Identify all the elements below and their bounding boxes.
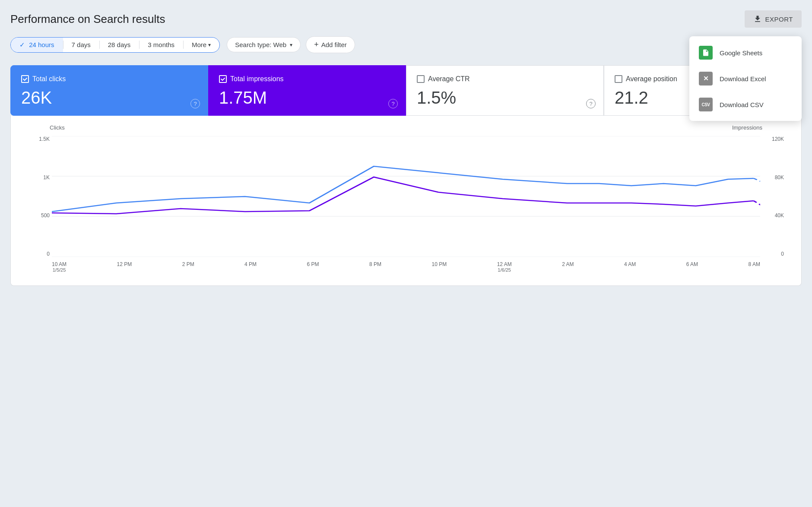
filter-28days[interactable]: 28 days (99, 38, 140, 52)
x-label-11: 8 AM (749, 261, 760, 273)
y-left-label-1: 1K (28, 174, 50, 181)
y-right-label-1: 80K (760, 174, 784, 181)
checkbox-impressions-check-icon (220, 76, 225, 82)
metric-clicks-help[interactable]: ? (190, 99, 200, 108)
metric-impressions-checkbox[interactable] (219, 75, 227, 83)
metric-impressions-header: Total impressions (219, 75, 395, 83)
y-left-label-0: 1.5K (28, 136, 50, 142)
metric-ctr-value: 1.5% (417, 88, 593, 108)
metric-clicks-value: 26K (21, 88, 197, 108)
header-row: Performance on Search results EXPORT Goo… (10, 10, 802, 28)
download-icon (753, 15, 762, 23)
plus-icon: + (314, 40, 319, 49)
x-label-2: 2 PM (182, 261, 194, 273)
x-label-5: 8 PM (369, 261, 381, 273)
sheets-svg (702, 49, 710, 57)
clicks-line-dotted (754, 178, 760, 244)
export-label: EXPORT (765, 16, 793, 23)
metric-impressions-label: Total impressions (230, 75, 284, 83)
metric-average-ctr[interactable]: Average CTR 1.5% ? (406, 65, 604, 116)
chart-left-axis-title: Clicks (50, 124, 65, 131)
csv-icon: CSV (699, 98, 713, 111)
metric-position-label: Average position (626, 75, 677, 83)
chart-container: Clicks Impressions 1.5K 1K 500 0 (10, 116, 802, 286)
check-icon: ✓ (19, 41, 25, 48)
excel-label: Download Excel (720, 75, 766, 82)
excel-icon: ✕ (699, 72, 713, 86)
csv-label: Download CSV (720, 101, 764, 108)
metric-clicks-header: Total clicks (21, 75, 197, 83)
metric-ctr-header: Average CTR (417, 75, 593, 83)
filters-row: ✓ 24 hours 7 days 28 days 3 months More … (10, 36, 802, 53)
x-label-4: 6 PM (307, 261, 319, 273)
chart-svg (52, 136, 760, 257)
x-label-9: 4 AM (624, 261, 636, 273)
download-excel-option[interactable]: ✕ Download Excel (689, 66, 802, 92)
search-type-button[interactable]: Search type: Web ▾ (227, 37, 301, 52)
sheets-icon (699, 46, 713, 60)
metric-clicks-checkbox[interactable] (21, 75, 29, 83)
x-label-7: 12 AM 1/6/25 (497, 261, 512, 273)
google-sheets-option[interactable]: Google Sheets (689, 40, 802, 66)
metrics-row: Total clicks 26K ? Total impressions 1.7… (10, 65, 802, 116)
metric-total-clicks[interactable]: Total clicks 26K ? (10, 65, 208, 116)
impressions-line-solid (52, 177, 754, 214)
add-filter-button[interactable]: + Add filter (306, 36, 355, 53)
x-label-10: 6 AM (686, 261, 698, 273)
filter-more[interactable]: More ▾ (183, 38, 219, 52)
filter-7days[interactable]: 7 days (63, 38, 99, 52)
x-label-8: 2 AM (562, 261, 574, 273)
metric-clicks-label: Total clicks (32, 75, 66, 83)
chevron-down-icon: ▾ (208, 42, 211, 48)
checkbox-check-icon (22, 76, 28, 82)
page-title: Performance on Search results (10, 13, 165, 26)
metric-ctr-help[interactable]: ? (586, 99, 596, 108)
search-type-label: Search type: Web (235, 41, 286, 48)
download-csv-option[interactable]: CSV Download CSV (689, 92, 802, 117)
metric-position-checkbox[interactable] (615, 75, 622, 83)
export-button[interactable]: EXPORT (745, 10, 802, 28)
export-dropdown: Google Sheets ✕ Download Excel CSV Downl… (689, 36, 802, 121)
time-filter-group: ✓ 24 hours 7 days 28 days 3 months More … (10, 37, 220, 53)
chart-right-axis-title: Impressions (732, 124, 762, 131)
sheets-label: Google Sheets (720, 49, 762, 57)
metric-impressions-help[interactable]: ? (388, 99, 398, 108)
y-left-label-3: 0 (28, 251, 50, 257)
metric-total-impressions[interactable]: Total impressions 1.75M ? (208, 65, 406, 116)
metric-ctr-checkbox[interactable] (417, 75, 425, 83)
filter-3months[interactable]: 3 months (139, 38, 183, 52)
y-right-label-2: 40K (760, 212, 784, 219)
y-left-label-2: 500 (28, 212, 50, 219)
y-right-label-0: 120K (760, 136, 784, 142)
x-label-0: 10 AM 1/5/25 (52, 261, 67, 273)
filter-24h[interactable]: ✓ 24 hours (11, 38, 63, 52)
x-label-6: 10 PM (432, 261, 447, 273)
clicks-line-solid (52, 166, 754, 212)
add-filter-label: Add filter (321, 41, 347, 48)
search-type-arrow-icon: ▾ (290, 42, 292, 48)
x-label-3: 4 PM (244, 261, 257, 273)
x-label-1: 12 PM (117, 261, 132, 273)
impressions-line-dotted (754, 201, 760, 253)
metric-ctr-label: Average CTR (428, 75, 470, 83)
metric-impressions-value: 1.75M (219, 88, 395, 108)
y-right-label-3: 0 (760, 251, 784, 257)
page-container: Performance on Search results EXPORT Goo… (10, 10, 802, 286)
